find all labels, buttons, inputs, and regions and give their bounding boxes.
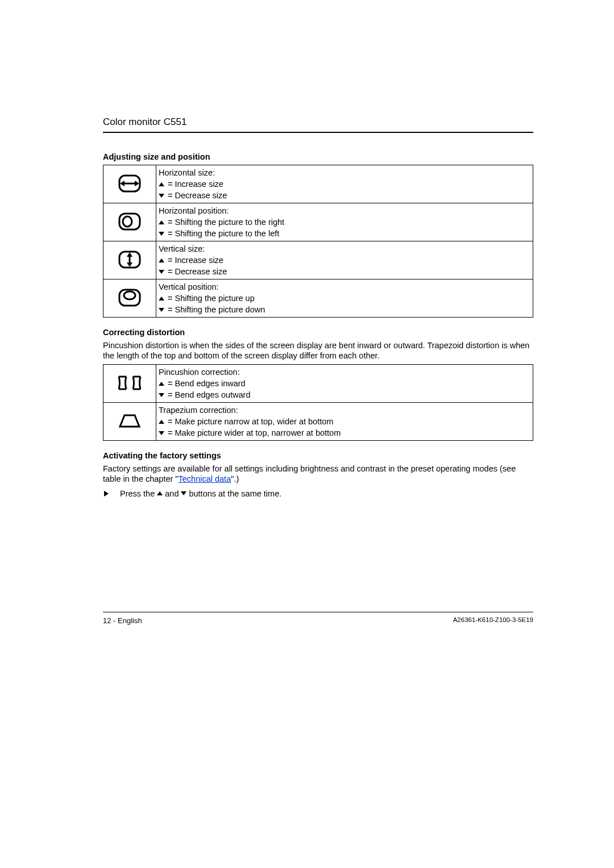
down-arrow-icon (159, 431, 164, 435)
down-arrow-icon (159, 232, 164, 236)
row-heading: Pincushion correction: (159, 368, 240, 377)
up-arrow-icon (159, 220, 164, 224)
page-footer: 12 - English A26361-K610-Z100-3-5E19 (103, 616, 533, 625)
svg-marker-8 (127, 252, 132, 257)
down-arrow-icon (159, 270, 164, 274)
trapezium-icon (103, 403, 156, 441)
horizontal-position-icon (103, 203, 156, 241)
row-up-text: = Shifting the picture up (168, 294, 255, 303)
technical-data-link[interactable]: Technical data (179, 474, 231, 483)
row-heading: Vertical position: (159, 282, 219, 291)
down-arrow-icon (181, 491, 186, 495)
adjust-table: Horizontal size: = Increase size = Decre… (103, 165, 533, 318)
row-up-text: = Increase size (168, 180, 223, 189)
horizontal-size-icon (103, 165, 156, 203)
pincushion-icon (103, 365, 156, 403)
row-down-text: = Make picture wider at top, narrower at… (168, 428, 341, 437)
section-title-adjusting: Adjusting size and position (103, 152, 533, 161)
row-heading: Horizontal position: (159, 206, 229, 215)
factory-intro: Factory settings are available for all s… (103, 464, 533, 484)
row-down-text: = Bend edges outward (168, 390, 251, 399)
row-heading: Trapezium correction: (159, 406, 238, 415)
row-up-text: = Shifting the picture to the right (168, 218, 284, 227)
row-up-text: = Increase size (168, 256, 223, 265)
factory-instruction: Press the and buttons at the same time. (103, 489, 533, 498)
up-arrow-icon (159, 297, 164, 301)
vertical-position-icon (103, 279, 156, 318)
up-arrow-icon (159, 182, 164, 186)
down-arrow-icon (159, 194, 164, 198)
svg-marker-16 (120, 415, 139, 427)
svg-marker-9 (127, 262, 132, 267)
row-up-text: = Bend edges inward (168, 379, 246, 388)
footer-left: 12 - English (103, 616, 142, 625)
vertical-size-icon (103, 241, 156, 279)
document-header: Color monitor C551 (103, 116, 533, 128)
section-title-factory: Activating the factory settings (103, 451, 533, 460)
distortion-intro: Pincushion distortion is when the sides … (103, 340, 533, 361)
row-down-text: = Decrease size (168, 191, 227, 200)
row-down-text: = Decrease size (168, 267, 227, 276)
svg-marker-3 (135, 181, 139, 186)
row-down-text: = Shifting the picture down (168, 305, 265, 314)
up-arrow-icon (159, 420, 164, 424)
down-arrow-icon (159, 393, 164, 397)
section-title-distortion: Correcting distortion (103, 328, 533, 337)
up-arrow-icon (159, 258, 164, 262)
footer-rule (103, 612, 533, 612)
row-down-text: = Shifting the picture to the left (168, 229, 279, 238)
down-arrow-icon (159, 308, 164, 312)
distortion-table: Pincushion correction: = Bend edges inwa… (103, 364, 533, 441)
row-heading: Horizontal size: (159, 168, 215, 177)
up-arrow-icon (157, 491, 163, 495)
row-heading: Vertical size: (159, 244, 205, 253)
svg-point-11 (124, 291, 135, 299)
header-rule (103, 132, 533, 133)
up-arrow-icon (159, 382, 164, 386)
row-up-text: = Make picture narrow at top, wider at b… (168, 417, 333, 426)
svg-marker-2 (120, 181, 125, 186)
footer-right: A26361-K610-Z100-3-5E19 (453, 616, 533, 625)
svg-point-5 (123, 216, 132, 227)
bullet-icon (104, 491, 109, 496)
